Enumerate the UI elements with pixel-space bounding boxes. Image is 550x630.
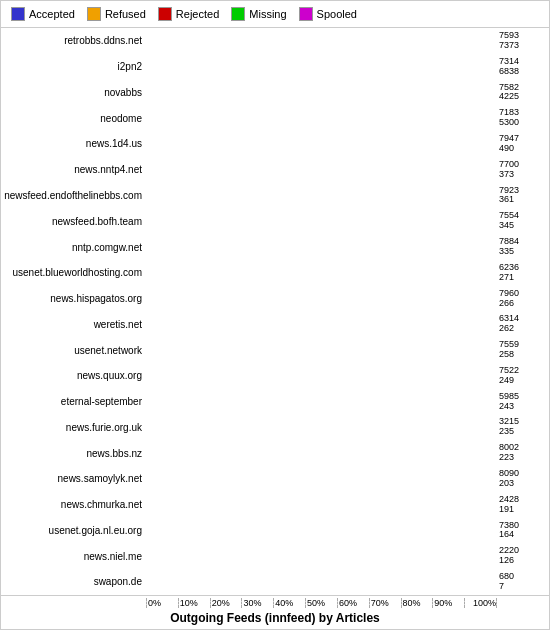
legend-item-refused: Refused [87, 7, 146, 21]
bar-value-2: 243 [499, 402, 549, 412]
row-label: newsfeed.endofthelinebbs.com [1, 190, 146, 201]
legend-label-accepted: Accepted [29, 8, 75, 20]
x-tick: 30% [241, 598, 273, 608]
legend-label-refused: Refused [105, 8, 146, 20]
bar-value-2: 249 [499, 376, 549, 386]
bar-row: news.hispagatos.org7960266 [1, 286, 549, 312]
bar-values: 8002223 [497, 443, 549, 463]
bar-value-2: 7 [499, 582, 549, 592]
bar-values: 7923361 [497, 186, 549, 206]
bar-values: 7947490 [497, 134, 549, 154]
row-label: retrobbs.ddns.net [1, 35, 146, 46]
x-tick: 60% [337, 598, 369, 608]
bar-value-2: 191 [499, 505, 549, 515]
bar-row: usenet.blueworldhosting.com6236271 [1, 260, 549, 286]
x-tick: 0% [146, 598, 178, 608]
bar-value-2: 6838 [499, 67, 549, 77]
bar-value-2: 5300 [499, 118, 549, 128]
bar-values: 6807 [497, 572, 549, 592]
bar-row: usenet.goja.nl.eu.org7380164 [1, 518, 549, 544]
row-label: news.furie.org.uk [1, 422, 146, 433]
x-tick: 50% [305, 598, 337, 608]
row-label: usenet.goja.nl.eu.org [1, 525, 146, 536]
x-tick: 80% [401, 598, 433, 608]
bar-value-2: 223 [499, 453, 549, 463]
bar-value-2: 258 [499, 350, 549, 360]
bar-row: news.bbs.nz8002223 [1, 440, 549, 466]
x-tick: 90% [432, 598, 464, 608]
bar-row: eternal-september5985243 [1, 389, 549, 415]
bar-value-2: 164 [499, 530, 549, 540]
bar-values: 5985243 [497, 392, 549, 412]
bar-value-2: 345 [499, 221, 549, 231]
bar-value-1: 680 [499, 572, 549, 582]
bar-value-2: 126 [499, 556, 549, 566]
bar-row: news.quux.org7522249 [1, 363, 549, 389]
row-label: neodome [1, 113, 146, 124]
bar-values: 71835300 [497, 108, 549, 128]
row-label: weretis.net [1, 319, 146, 330]
bar-value-2: 373 [499, 170, 549, 180]
chart-title: Outgoing Feeds (innfeed) by Articles [1, 608, 549, 627]
bar-row: news.chmurka.net2428191 [1, 492, 549, 518]
bar-values: 75824225 [497, 83, 549, 103]
bar-value-2: 490 [499, 144, 549, 154]
bar-row: retrobbs.ddns.net75937373 [1, 28, 549, 54]
bar-values: 3215235 [497, 417, 549, 437]
bar-row: news.furie.org.uk3215235 [1, 414, 549, 440]
legend-box-accepted [11, 7, 25, 21]
bar-row: novabbs75824225 [1, 80, 549, 106]
row-label: news.1d4.us [1, 138, 146, 149]
row-label: nntp.comgw.net [1, 242, 146, 253]
bar-values: 7559258 [497, 340, 549, 360]
bar-value-2: 271 [499, 273, 549, 283]
chart-container: AcceptedRefusedRejectedMissingSpooled re… [0, 0, 550, 630]
bar-value-2: 235 [499, 427, 549, 437]
legend-item-accepted: Accepted [11, 7, 75, 21]
bar-row: neodome71835300 [1, 105, 549, 131]
x-tick: 40% [273, 598, 305, 608]
row-label: news.bbs.nz [1, 448, 146, 459]
row-label: usenet.blueworldhosting.com [1, 267, 146, 278]
bar-values: 2220126 [497, 546, 549, 566]
chart-footer: 0%10%20%30%40%50%60%70%80%90%100% Outgoi… [1, 595, 549, 629]
bar-row: news.1d4.us7947490 [1, 131, 549, 157]
row-label: news.niel.me [1, 551, 146, 562]
bar-values: 7700373 [497, 160, 549, 180]
bar-value-2: 203 [499, 479, 549, 489]
bar-values: 7884335 [497, 237, 549, 257]
bar-values: 75937373 [497, 31, 549, 51]
legend-item-spooled: Spooled [299, 7, 357, 21]
bar-value-2: 335 [499, 247, 549, 257]
bar-row: news.samoylyk.net8090203 [1, 466, 549, 492]
row-label: news.nntp4.net [1, 164, 146, 175]
bar-value-2: 4225 [499, 92, 549, 102]
bar-row: news.nntp4.net7700373 [1, 157, 549, 183]
chart-rows: retrobbs.ddns.net75937373i2pn273146838no… [1, 28, 549, 595]
row-label: news.quux.org [1, 370, 146, 381]
bar-row: i2pn273146838 [1, 54, 549, 80]
row-label: novabbs [1, 87, 146, 98]
bar-values: 8090203 [497, 469, 549, 489]
bar-row: swapon.de6807 [1, 569, 549, 595]
bar-values: 6314262 [497, 314, 549, 334]
legend-box-spooled [299, 7, 313, 21]
legend-item-missing: Missing [231, 7, 286, 21]
bar-row: newsfeed.endofthelinebbs.com7923361 [1, 183, 549, 209]
legend-box-rejected [158, 7, 172, 21]
bar-values: 7522249 [497, 366, 549, 386]
bar-values: 7380164 [497, 521, 549, 541]
legend-label-rejected: Rejected [176, 8, 219, 20]
legend-box-missing [231, 7, 245, 21]
row-label: swapon.de [1, 576, 146, 587]
legend-item-rejected: Rejected [158, 7, 219, 21]
x-tick: 100% [464, 598, 497, 608]
bar-values: 73146838 [497, 57, 549, 77]
bar-values: 6236271 [497, 263, 549, 283]
x-tick: 10% [178, 598, 210, 608]
bar-value-2: 266 [499, 299, 549, 309]
bar-value-2: 361 [499, 195, 549, 205]
bar-values: 7554345 [497, 211, 549, 231]
bar-values: 7960266 [497, 289, 549, 309]
row-label: news.hispagatos.org [1, 293, 146, 304]
